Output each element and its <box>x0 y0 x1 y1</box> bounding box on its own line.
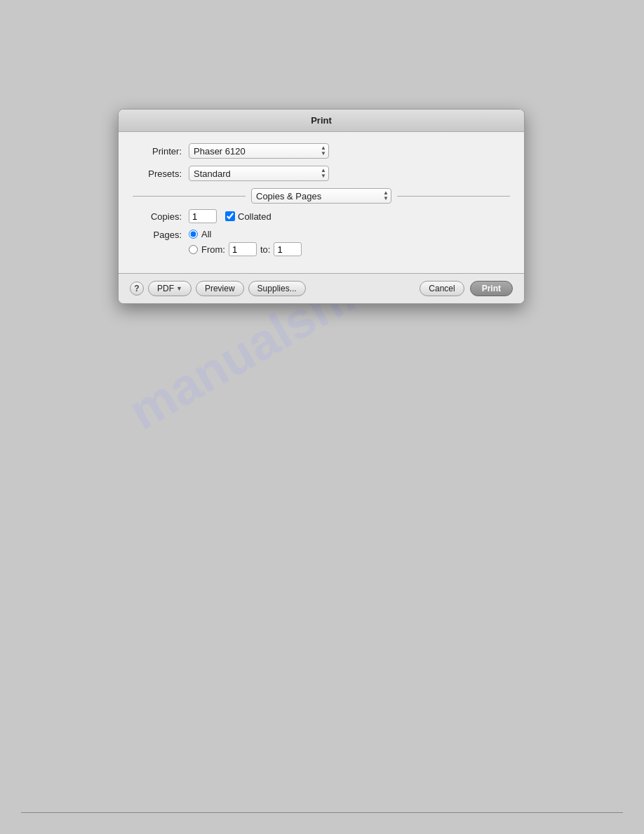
presets-label: Presets: <box>133 168 182 179</box>
cancel-label: Cancel <box>429 284 455 293</box>
collated-text: Collated <box>238 211 271 222</box>
footer-right: Cancel Print <box>420 281 513 296</box>
dialog-title: Print <box>311 115 332 126</box>
print-label: Print <box>482 284 501 293</box>
collated-checkbox[interactable] <box>225 211 235 221</box>
dialog-footer: ? PDF ▼ Preview Supplies... Cancel Print <box>119 273 524 303</box>
from-radio[interactable] <box>189 245 198 254</box>
divider-left <box>133 196 246 197</box>
preview-label: Preview <box>205 284 235 293</box>
presets-row: Presets: Standard ▲ ▼ <box>133 166 510 181</box>
all-label: All <box>201 229 211 239</box>
section-divider-row: Copies & Pages ▲ ▼ <box>133 188 510 204</box>
to-input[interactable] <box>274 242 302 256</box>
supplies-button[interactable]: Supplies... <box>248 281 306 296</box>
help-button[interactable]: ? <box>130 282 144 296</box>
collated-label[interactable]: Collated <box>225 211 271 222</box>
pages-label: Pages: <box>133 229 182 240</box>
to-label: to: <box>260 244 270 255</box>
from-input[interactable] <box>229 242 257 256</box>
all-radio[interactable] <box>189 230 198 239</box>
section-select-wrapper[interactable]: Copies & Pages ▲ ▼ <box>251 188 391 204</box>
presets-select[interactable]: Standard <box>189 166 329 181</box>
copies-label: Copies: <box>133 211 182 222</box>
pdf-button[interactable]: PDF ▼ <box>148 281 192 296</box>
pdf-label: PDF <box>157 284 174 293</box>
from-label: From: <box>201 244 225 255</box>
pages-options: All From: to: <box>189 229 302 256</box>
print-button[interactable]: Print <box>470 281 513 296</box>
supplies-label: Supplies... <box>257 284 297 293</box>
divider-right <box>397 196 510 197</box>
pdf-dropdown-arrow-icon: ▼ <box>176 285 182 292</box>
bottom-divider <box>21 812 623 813</box>
presets-select-wrapper[interactable]: Standard ▲ ▼ <box>189 166 329 181</box>
all-radio-row: All <box>189 229 302 239</box>
printer-label: Printer: <box>133 146 182 157</box>
section-select[interactable]: Copies & Pages <box>251 188 391 204</box>
copies-row: Copies: Collated <box>133 209 510 223</box>
dialog-titlebar: Print <box>119 110 524 132</box>
printer-row: Printer: Phaser 6120 ▲ ▼ <box>133 143 510 159</box>
printer-select-wrapper[interactable]: Phaser 6120 ▲ ▼ <box>189 143 329 159</box>
preview-button[interactable]: Preview <box>196 281 244 296</box>
dialog-body: Printer: Phaser 6120 ▲ ▼ Presets: Standa… <box>119 132 524 273</box>
pages-section: Pages: All From: to: <box>133 229 510 256</box>
from-radio-row: From: to: <box>189 242 302 256</box>
printer-select[interactable]: Phaser 6120 <box>189 143 329 159</box>
print-dialog: Print Printer: Phaser 6120 ▲ ▼ Presets: … <box>118 109 525 304</box>
copies-input[interactable] <box>189 209 217 223</box>
cancel-button[interactable]: Cancel <box>420 281 464 296</box>
footer-left: ? PDF ▼ Preview Supplies... <box>130 281 414 296</box>
